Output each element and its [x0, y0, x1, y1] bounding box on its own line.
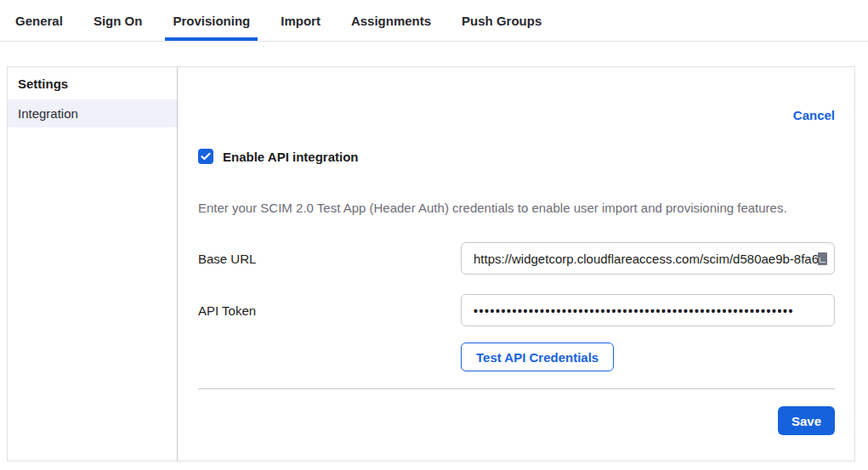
sidebar-item-integration[interactable]: Integration — [8, 99, 177, 127]
api-token-row: API Token ••••••••••••••••••••••••••••••… — [198, 294, 835, 326]
enable-api-integration-checkbox[interactable] — [198, 149, 213, 164]
tab-general[interactable]: General — [8, 0, 71, 41]
api-token-input[interactable]: ••••••••••••••••••••••••••••••••••••••••… — [461, 294, 835, 326]
text-selection-block — [818, 252, 827, 265]
tab-provisioning[interactable]: Provisioning — [165, 0, 258, 41]
base-url-row: Base URL https://widgetcorp.cloudflareac… — [198, 242, 835, 275]
sidebar-header: Settings — [8, 67, 177, 99]
cancel-button[interactable]: Cancel — [793, 108, 835, 122]
tab-sign-on[interactable]: Sign On — [86, 0, 150, 41]
provisioning-content-panel: Settings Integration Cancel Enable API i… — [7, 66, 855, 462]
tab-import[interactable]: Import — [273, 0, 328, 41]
save-row: Save — [198, 406, 835, 435]
credentials-description: Enter your SCIM 2.0 Test App (Header Aut… — [198, 200, 835, 217]
enable-api-integration-row: Enable API integration — [198, 149, 835, 164]
app-tab-bar: General Sign On Provisioning Import Assi… — [0, 0, 868, 42]
base-url-input[interactable]: https://widgetcorp.cloudflareaccess.com/… — [461, 242, 835, 275]
check-icon — [201, 152, 211, 161]
base-url-label: Base URL — [198, 252, 461, 266]
test-api-credentials-button[interactable]: Test API Credentials — [461, 343, 614, 371]
base-url-value: https://widgetcorp.cloudflareaccess.com/… — [474, 252, 819, 266]
test-credentials-row: Test API Credentials — [198, 343, 835, 371]
settings-sidebar: Settings Integration — [8, 67, 178, 461]
api-token-label: API Token — [198, 303, 461, 318]
cancel-row: Cancel — [198, 108, 835, 122]
api-token-masked-value: ••••••••••••••••••••••••••••••••••••••••… — [474, 304, 794, 318]
save-button[interactable]: Save — [778, 406, 835, 435]
tab-push-groups[interactable]: Push Groups — [454, 0, 549, 41]
integration-settings-form: Cancel Enable API integration Enter your… — [178, 67, 854, 461]
enable-api-integration-label: Enable API integration — [223, 150, 358, 164]
tab-assignments[interactable]: Assignments — [343, 0, 439, 41]
form-divider — [198, 388, 835, 389]
